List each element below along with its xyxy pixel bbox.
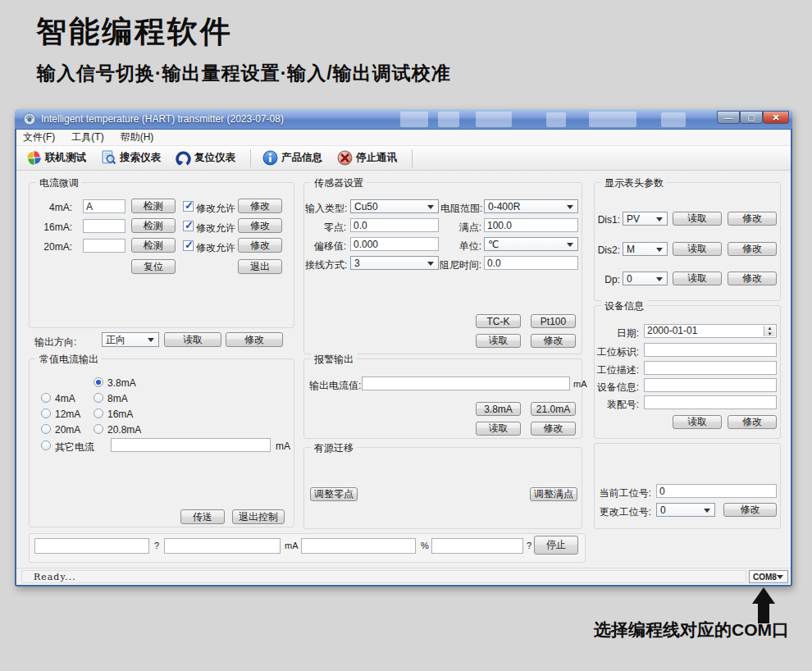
menu-tools[interactable]: 工具(T) [71,130,103,144]
group-title: 传感器设置 [311,176,367,190]
full-input[interactable] [484,218,578,232]
monitor-input-1[interactable] [34,538,149,554]
offset-input[interactable] [350,237,439,251]
allow-4ma-label: 修改允许 [196,202,235,216]
toolbar-reset-meter-button[interactable]: 复位仪表 [172,148,242,167]
device-info-input[interactable] [644,378,777,392]
alarm-current-input[interactable] [362,377,570,390]
output-direction-modify-button[interactable]: 修改 [226,332,283,347]
monitor-sep-3: % [421,541,429,550]
glass-reflection [589,112,636,127]
radio-other-current[interactable] [41,440,51,450]
reset-icon [176,150,191,166]
close-button[interactable]: ✕ [763,111,789,124]
radio-8ma[interactable] [94,393,103,403]
radio-20ma[interactable] [41,424,51,434]
input-4ma[interactable] [83,199,125,213]
monitor-input-4[interactable] [431,538,523,554]
group-title: 常值电流输出 [36,353,102,367]
detect-20ma-button[interactable]: 检测 [131,238,176,253]
input-16ma[interactable] [83,219,125,233]
alarm-unit: mA [573,379,587,389]
wiring-select[interactable]: 3 [350,256,439,270]
radio-20-8ma[interactable] [94,424,103,434]
alarm-modify-button[interactable]: 修改 [531,422,576,436]
adjust-full-button[interactable]: 调整满点 [530,487,577,501]
radio-12ma[interactable] [41,409,51,418]
exit-control-button[interactable]: 退出控制 [232,509,285,524]
zero-input[interactable] [350,218,439,232]
offset-label: 偏移值: [305,240,346,253]
toolbar-search-meter-button[interactable]: 搜索仪表 [98,148,167,167]
output-direction-select[interactable]: 正向 [102,332,159,347]
alarm-high-button[interactable]: 21.0mA [531,402,576,416]
toolbar-label: 复位仪表 [194,151,235,165]
input-20ma[interactable] [83,239,125,253]
detect-16ma-button[interactable]: 检测 [131,218,176,233]
dis1-select[interactable]: PV [623,212,668,226]
dis1-read-button[interactable]: 读取 [673,212,722,226]
toolbar-product-info-button[interactable]: 产品信息 [259,148,329,167]
date-spinner[interactable]: ▲▼ [764,326,775,336]
callout-text: 选择编程线对应的COM口 [594,619,789,641]
resistance-range-select[interactable]: 0-400R [484,199,578,213]
status-inset: Ready... [21,570,746,583]
exit-button[interactable]: 退出 [238,259,282,274]
dis2-modify-button[interactable]: 修改 [728,242,777,256]
pt100-button[interactable]: Pt100 [531,314,576,328]
detect-4ma-button[interactable]: 检测 [131,199,176,213]
toolbar-stop-comm-button[interactable]: 停止通讯 [334,148,404,167]
radio-3-8ma[interactable] [94,377,103,387]
com-port-select[interactable]: COM8 [749,570,788,583]
output-direction-read-button[interactable]: 读取 [164,332,221,347]
adjust-zero-button[interactable]: 调整零点 [310,487,358,501]
station-tag-input[interactable] [644,343,777,357]
modify-16ma-button[interactable]: 修改 [238,218,282,233]
allow-16ma-checkbox[interactable] [183,221,194,231]
glass-reflection [438,112,459,127]
date-input[interactable]: 2000-01-01 ▲▼ [644,324,777,338]
allow-20ma-checkbox[interactable] [183,240,194,251]
send-button[interactable]: 传送 [180,509,225,524]
monitor-input-2[interactable] [164,538,281,554]
station-modify-button[interactable]: 修改 [723,503,777,517]
device-modify-button[interactable]: 修改 [728,415,777,429]
input-type-select[interactable]: Cu50 [350,199,439,213]
menu-help[interactable]: 帮助(H) [121,130,154,144]
dp-read-button[interactable]: 读取 [673,272,722,285]
modify-4ma-button[interactable]: 修改 [238,199,282,213]
radio-4ma[interactable] [41,393,51,403]
unit-select[interactable]: ℃ [484,237,578,251]
other-current-unit: mA [276,440,290,452]
dis1-modify-button[interactable]: 修改 [728,212,777,226]
monitor-input-3[interactable] [301,538,416,554]
minimize-button[interactable]: — [717,111,740,124]
allow-4ma-checkbox[interactable] [183,201,194,212]
sensor-read-button[interactable]: 读取 [476,334,521,348]
station-desc-input[interactable] [644,361,777,375]
damping-input[interactable] [484,256,578,270]
dis2-read-button[interactable]: 读取 [673,242,722,256]
maximize-button[interactable]: ▢ [740,111,763,124]
page-title: 智能编程软件 [36,11,233,52]
toolbar-online-test-button[interactable]: 联机测试 [23,148,93,167]
change-station-select[interactable]: 0 [656,503,715,517]
current-station-input[interactable] [656,484,777,498]
dp-modify-button[interactable]: 修改 [728,272,777,285]
menu-file[interactable]: 文件(F) [23,130,55,144]
other-current-input[interactable] [111,438,271,452]
dp-select[interactable]: 0 [623,272,668,285]
status-text: Ready... [34,572,76,582]
radio-16ma[interactable] [94,409,103,418]
reset-button[interactable]: 复位 [131,259,176,274]
sensor-modify-button[interactable]: 修改 [531,334,576,348]
device-read-button[interactable]: 读取 [673,415,722,429]
stop-button[interactable]: 停止 [534,536,578,555]
alarm-low-button[interactable]: 3.8mA [476,402,521,416]
dis2-select[interactable]: M [623,242,668,256]
tck-button[interactable]: TC-K [476,314,521,328]
sync-arrows-icon [26,150,42,166]
assembly-no-input[interactable] [644,395,777,409]
alarm-read-button[interactable]: 读取 [476,422,521,436]
modify-20ma-button[interactable]: 修改 [238,238,282,253]
